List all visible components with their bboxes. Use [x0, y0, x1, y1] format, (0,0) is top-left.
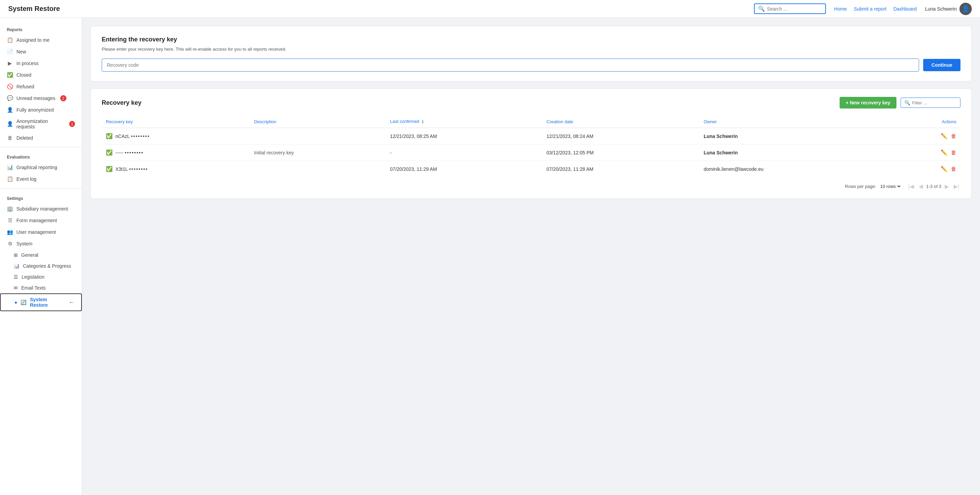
- evaluations-section-title: Evaluations: [0, 151, 82, 162]
- recovery-key-card: Recovery key + New recovery key 🔍 Recove…: [91, 88, 972, 199]
- restore-icon: 🔄: [21, 300, 26, 305]
- sidebar-item-system[interactable]: ⚙ System: [0, 238, 82, 249]
- sidebar-sub-emailtexts[interactable]: ✉ Email Texts: [0, 282, 82, 294]
- first-page-button[interactable]: |◀: [907, 182, 915, 190]
- sidebar-label-formmanagement: Form management: [16, 218, 57, 223]
- sidebar-label-general: General: [21, 252, 38, 258]
- user-name: Luna Schwerin: [925, 6, 957, 12]
- last-confirmed-cell-2: 07/20/2023, 11:29 AM: [386, 161, 542, 177]
- sidebar-item-formmanagement[interactable]: ☰ Form management: [0, 215, 82, 226]
- search-input[interactable]: [767, 6, 822, 12]
- actions-cell-1: ✏️ 🗑: [892, 144, 961, 161]
- key-cell-0: ✅ nCAzL ••••••••: [102, 128, 250, 144]
- rows-per-page-label: Rows per page:: [845, 184, 876, 189]
- pagination-row: Rows per page: 10 rows |◀ ◀ 1-3 of 3 ▶ ▶…: [102, 177, 961, 190]
- table-row: ✅ X3t1L •••••••• 07/20/2023, 11:29 AM 07…: [102, 161, 961, 177]
- sidebar-sub-categories[interactable]: 📊 Categories & Progress: [0, 260, 82, 271]
- avatar[interactable]: 👤: [959, 3, 972, 15]
- continue-button[interactable]: Continue: [923, 59, 961, 71]
- sidebar-item-assigned[interactable]: 📋 Assigned to me: [0, 34, 82, 46]
- edit-button-1[interactable]: ✏️: [940, 149, 947, 156]
- key-text: nCAzL ••••••••: [115, 133, 150, 139]
- search-icon: 🔍: [758, 5, 765, 12]
- edit-button-0[interactable]: ✏️: [940, 133, 947, 139]
- prev-page-button[interactable]: ◀: [917, 182, 924, 190]
- sidebar-item-inprocess[interactable]: ▶ In process: [0, 57, 82, 69]
- sidebar-item-usermanagement[interactable]: 👥 User management: [0, 226, 82, 238]
- sidebar-label-assigned: Assigned to me: [16, 37, 50, 43]
- deleted-icon: 🗑: [7, 135, 13, 141]
- main-content: Entering the recovery key Please enter y…: [82, 18, 980, 495]
- anonymized-icon: 👤: [7, 107, 13, 113]
- new-icon: 📄: [7, 49, 13, 55]
- col-description: Description: [250, 115, 386, 128]
- sidebar-sub-systemrestore[interactable]: ● 🔄 System Restore ←: [0, 294, 82, 311]
- sidebar-item-subsidiary[interactable]: 🏢 Subsidiary management: [0, 203, 82, 215]
- filter-box[interactable]: 🔍: [900, 98, 961, 108]
- sidebar-label-categories: Categories & Progress: [23, 263, 71, 269]
- dashboard-link[interactable]: Dashboard: [893, 6, 917, 12]
- closed-icon: ✅: [7, 72, 13, 78]
- sidebar-label-graphical: Graphical reporting: [16, 165, 57, 170]
- last-page-button[interactable]: ▶|: [952, 182, 961, 190]
- col-creation-date: Creation date: [542, 115, 700, 128]
- recovery-table: Recovery key Description Last confirmed …: [102, 115, 961, 177]
- sidebar-sub-legislation[interactable]: ☰ Legislation: [0, 271, 82, 282]
- user-info: Luna Schwerin 👤: [925, 3, 972, 15]
- page-info: 1-3 of 3: [926, 184, 941, 189]
- col-owner: Owner: [700, 115, 892, 128]
- recovery-input-row: Continue: [102, 59, 961, 71]
- table-header-row: Recovery key + New recovery key 🔍: [102, 97, 961, 108]
- table-row: ✅ ----- •••••••• Initial recovery key - …: [102, 144, 961, 161]
- rows-select-dropdown[interactable]: 10 rows: [879, 184, 902, 189]
- settings-section-title: Settings: [0, 192, 82, 203]
- anon-requests-badge: 1: [69, 121, 75, 127]
- owner-cell-2: dominik.lienen@lawcode.eu: [700, 161, 892, 177]
- sidebar-item-new[interactable]: 📄 New: [0, 46, 82, 57]
- submit-report-link[interactable]: Submit a report: [854, 6, 886, 12]
- delete-button-1[interactable]: 🗑: [951, 149, 956, 156]
- sidebar-item-eventlog[interactable]: 📋 Event log: [0, 173, 82, 185]
- categories-icon: 📊: [14, 263, 19, 269]
- sidebar-item-anon-requests[interactable]: 👤 Anonymization requests 1: [0, 116, 82, 132]
- sidebar-item-unread[interactable]: 💬 Unread messages 2: [0, 92, 82, 104]
- page-navigation: |◀ ◀ 1-3 of 3 ▶ ▶|: [907, 182, 961, 190]
- sidebar-label-legislation: Legislation: [22, 274, 45, 280]
- next-page-button[interactable]: ▶: [943, 182, 950, 190]
- sidebar-item-anonymized[interactable]: 👤 Fully anonymized: [0, 104, 82, 116]
- new-recovery-key-button[interactable]: + New recovery key: [840, 97, 896, 108]
- user-mgmt-icon: 👥: [7, 229, 13, 235]
- check-icon: ✅: [106, 133, 113, 139]
- legislation-icon: ☰: [14, 274, 18, 280]
- sidebar-label-system: System: [16, 241, 33, 246]
- sidebar-label-unread: Unread messages: [16, 95, 56, 101]
- sidebar-label-inprocess: In process: [16, 60, 39, 66]
- search-box[interactable]: 🔍: [754, 3, 826, 14]
- sidebar-item-deleted[interactable]: 🗑 Deleted: [0, 132, 82, 143]
- sidebar-label-systemrestore: System Restore: [30, 297, 64, 308]
- form-icon: ☰: [7, 217, 13, 224]
- home-link[interactable]: Home: [834, 6, 847, 12]
- info-icon: ℹ: [422, 119, 423, 124]
- sidebar-label-eventlog: Event log: [16, 176, 36, 182]
- delete-button-0[interactable]: 🗑: [951, 133, 956, 139]
- assigned-icon: 📋: [7, 37, 13, 43]
- key-text: ----- ••••••••: [115, 150, 143, 155]
- sidebar-sub-general[interactable]: ⊞ General: [0, 249, 82, 260]
- recovery-code-input[interactable]: [102, 59, 919, 71]
- sidebar-label-subsidiary: Subsidiary management: [16, 206, 68, 211]
- sidebar-label-anon-requests: Anonymization requests: [16, 119, 64, 129]
- email-icon: ✉: [14, 285, 18, 290]
- sidebar-item-closed[interactable]: ✅ Closed: [0, 69, 82, 81]
- delete-button-2[interactable]: 🗑: [951, 166, 956, 172]
- creation-date-cell-0: 12/21/2023, 08:24 AM: [542, 128, 700, 144]
- inprocess-icon: ▶: [7, 60, 13, 67]
- edit-button-2[interactable]: ✏️: [940, 166, 947, 172]
- sidebar-item-graphical[interactable]: 📊 Graphical reporting: [0, 162, 82, 173]
- creation-date-cell-2: 07/20/2023, 11:28 AM: [542, 161, 700, 177]
- filter-input[interactable]: [912, 100, 957, 105]
- table-title: Recovery key: [102, 99, 142, 106]
- key-text: X3t1L ••••••••: [115, 167, 148, 172]
- owner-cell-0: Luna Schwerin: [700, 128, 892, 144]
- sidebar-item-refused[interactable]: 🚫 Refused: [0, 81, 82, 92]
